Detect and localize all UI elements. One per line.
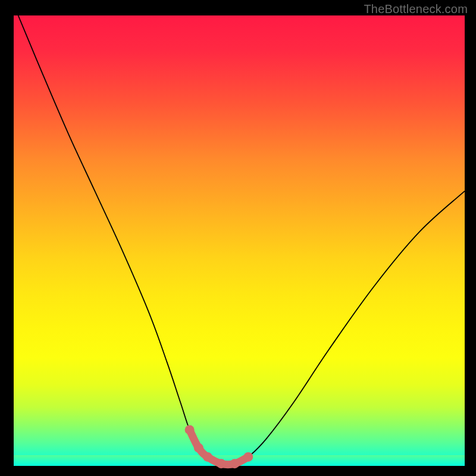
valley-dot [217,459,226,468]
valley-dot [185,425,195,434]
valley-dot [230,459,239,468]
chart-svg [14,15,465,466]
valley-dot [194,443,203,453]
valley-dot [203,452,212,462]
watermark-text: TheBottleneck.com [364,2,468,16]
chart-container: TheBottleneck.com [0,0,476,476]
valley-dot [243,452,253,462]
plot-area [14,15,465,466]
bottleneck-curve-path [18,15,465,465]
